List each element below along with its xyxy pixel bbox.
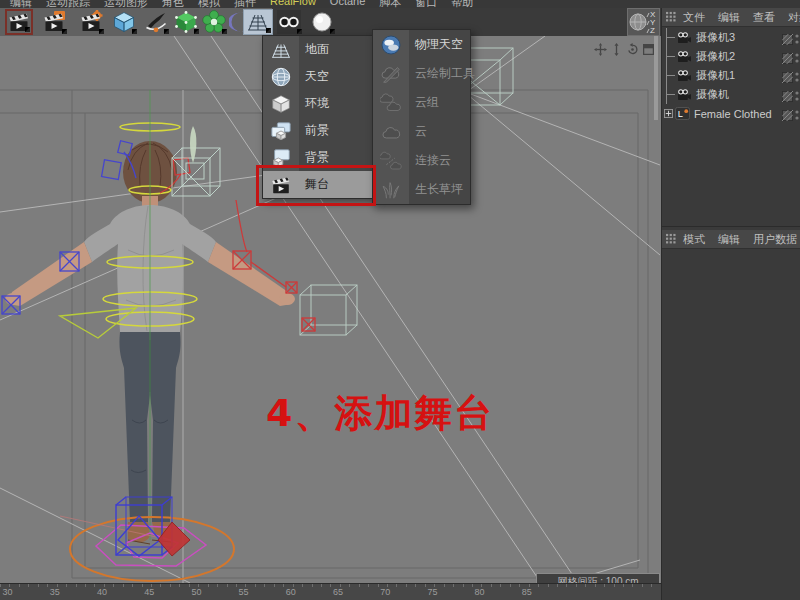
menu-item-label: 天空 [299,68,329,85]
camera-object-icon [677,51,692,63]
light-icon[interactable] [308,9,336,35]
panel-menu-icon[interactable] [666,11,677,24]
timeline-frame-number: 50 [191,587,201,597]
menubar-item[interactable]: 角色 [162,0,184,8]
toolbar [0,8,661,36]
render-view-icon[interactable] [5,9,33,35]
connect-clouds-icon [373,150,409,172]
timeline-frame-number: 35 [50,587,60,597]
panel-splitter[interactable] [654,36,658,120]
zoom-view-icon[interactable] [610,42,623,55]
object-row[interactable]: LFemale Clothed [662,104,800,123]
cinema4d-window: 编辑运动跟踪运动图形角色模拟插件RealFlowOctane脚本窗口帮助 XYZ [0,0,800,600]
svg-text:L: L [678,109,683,119]
menu-bar: 编辑运动跟踪运动图形角色模拟插件RealFlowOctane脚本窗口帮助 [0,0,800,8]
submenu-item-cloud-group[interactable]: 云组 [373,88,470,117]
object-row[interactable]: 摄像机1 [662,66,800,85]
expand-icon[interactable] [664,109,673,118]
timeline-frame-number: 40 [97,587,107,597]
sky-icon [263,66,299,88]
submenu-item-cloud[interactable]: 云 [373,117,470,146]
timeline-frame-number: 60 [286,587,296,597]
floor-plane-icon [263,39,299,61]
object-row[interactable]: 摄像机 [662,85,800,104]
menubar-item[interactable]: 运动图形 [104,0,148,8]
render-picture-viewer-icon[interactable] [40,9,68,35]
grid-spacing-label: 网格间距 : 100 cm [536,573,660,583]
attribute-manager-menu-item[interactable]: 编辑 [718,233,740,245]
hierarchy-line [666,47,677,66]
deformer-icon[interactable] [200,9,228,35]
sky-flyout-submenu: 物理天空云绘制工具云组云连接云生长草坪 [372,29,471,205]
menu-item-label: 前景 [299,122,329,139]
menu-item-sky[interactable]: 天空 [263,63,374,90]
menubar-item[interactable]: 模拟 [198,0,220,8]
rotate-view-icon[interactable] [626,42,639,55]
menu-item-foreground[interactable]: 前景 [263,117,374,144]
object-manager-list: 摄像机3摄像机2摄像机1摄像机LFemale Clothed [662,28,800,123]
grass-icon [373,179,409,201]
spline-pen-icon[interactable] [142,9,170,35]
object-manager-menu-item[interactable]: 对象 [788,11,800,23]
pan-view-icon[interactable] [594,42,607,55]
timeline-ruler[interactable]: 303540455055606570758085 [0,583,661,600]
menubar-item[interactable]: 脚本 [379,0,401,8]
coordinate-system-button[interactable]: XYZ [627,8,660,36]
menubar-item[interactable]: RealFlow [270,0,316,8]
generator-icon[interactable] [172,9,200,35]
submenu-item-grass[interactable]: 生长草坪 [373,175,470,204]
camera-object-icon [677,32,692,44]
menubar-item[interactable]: 插件 [234,0,256,8]
right-panel: 文件编辑查看对象 摄像机3摄像机2摄像机1摄像机LFemale Clothed … [661,8,800,600]
attribute-manager-menu-item[interactable]: 模式 [683,233,705,245]
menu-item-floor-plane[interactable]: 地面 [263,36,374,63]
timeline-frame-number: 70 [380,587,390,597]
menubar-item[interactable]: 窗口 [415,0,437,8]
submenu-item-cloud-tool[interactable]: 云绘制工具 [373,59,470,88]
character-object-icon: L [675,107,690,120]
camera-object-icon [677,70,692,82]
object-row[interactable]: 摄像机2 [662,47,800,66]
submenu-item-label: 生长草坪 [409,181,463,198]
svg-text:Z: Z [650,26,655,35]
submenu-item-physical-sky[interactable]: 物理天空 [373,30,470,59]
object-manager-menu-item[interactable]: 文件 [683,11,705,23]
panel-divider [661,226,800,227]
foreground-icon [263,120,299,142]
panel-menu-icon[interactable] [666,233,677,246]
submenu-item-label: 云 [409,123,427,140]
viewport-nav-icons [594,42,655,55]
render-tag-icon[interactable] [782,107,793,125]
timeline-frame-number: 85 [522,587,532,597]
physical-sky-icon [373,34,409,56]
hierarchy-line [666,28,677,47]
attribute-manager-header: 模式编辑用户数据 [662,230,800,249]
submenu-item-label: 连接云 [409,152,451,169]
menu-item-environment[interactable]: 环境 [263,90,374,117]
primitive-cube-icon[interactable] [110,9,138,35]
tutorial-annotation-text: 4、添加舞台 [266,388,494,439]
submenu-item-connect-clouds[interactable]: 连接云 [373,146,470,175]
menu-item-label: 地面 [299,41,329,58]
menubar-item[interactable]: 运动跟踪 [46,0,90,8]
hierarchy-line [666,85,677,104]
render-settings-icon[interactable] [77,9,105,35]
visibility-dots-icon[interactable] [795,107,799,125]
cloud-tool-icon [373,63,409,85]
object-manager-menu-item[interactable]: 查看 [753,11,775,23]
environment-icon [263,93,299,115]
timeline-frame-number: 65 [333,587,343,597]
timeline-frame-number: 80 [475,587,485,597]
camera-icon[interactable] [275,9,303,35]
menubar-item[interactable]: Octane [330,0,365,8]
tutorial-highlight-box [256,165,376,206]
attribute-manager-menu-item[interactable]: 用户数据 [753,233,797,245]
floor-icon[interactable] [243,9,273,35]
menu-item-label: 背景 [299,149,329,166]
timeline-frame-number: 30 [3,587,13,597]
object-manager-menu-item[interactable]: 编辑 [718,11,740,23]
submenu-item-label: 云绘制工具 [409,65,475,82]
menubar-item[interactable]: 帮助 [451,0,473,8]
object-row[interactable]: 摄像机3 [662,28,800,47]
menubar-item[interactable]: 编辑 [10,0,32,8]
